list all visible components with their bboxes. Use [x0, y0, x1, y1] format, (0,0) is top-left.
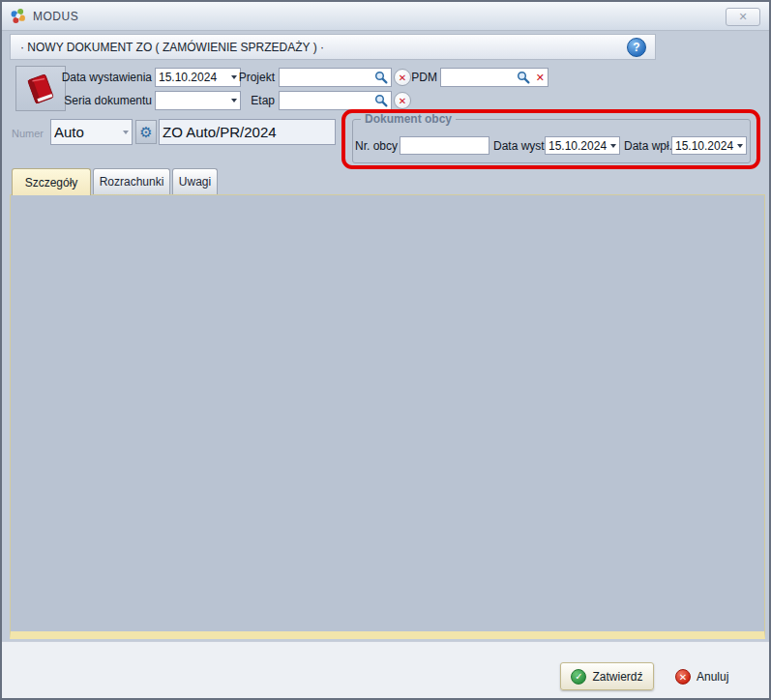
document-caption-bar: · NOWY DOKUMENT ZO ( ZAMÓWIENIE SPRZEDAŻ… — [10, 34, 656, 60]
tab-rozrachunki[interactable]: Rozrachunki — [93, 168, 170, 194]
numer-value: ZO Auto/PR/2024 — [163, 124, 332, 140]
numer-value-field[interactable]: ZO Auto/PR/2024 — [159, 119, 336, 145]
search-icon[interactable] — [374, 94, 388, 107]
close-icon: ✕ — [738, 11, 747, 23]
tab-szczegoly[interactable]: Szczegóły — [12, 168, 91, 195]
search-icon[interactable] — [374, 71, 388, 84]
data-wpl-value: 15.10.2024 — [675, 139, 734, 153]
numer-mode-value: Auto — [54, 124, 120, 140]
help-icon[interactable]: ? — [627, 38, 646, 57]
clear-icon: ✕ — [399, 96, 406, 106]
nr-obcy-label: Nr. obcy — [355, 139, 398, 153]
data-wyst-combo[interactable]: 15.10.2024 — [545, 136, 620, 155]
gear-icon: ⚙ — [139, 125, 152, 139]
pdm-clear-icon[interactable]: ✕ — [536, 73, 545, 83]
nr-obcy-input[interactable] — [400, 136, 489, 155]
numer-label: Numer — [12, 128, 48, 139]
anuluj-label: Anuluj — [697, 670, 728, 684]
etap-field[interactable] — [279, 91, 392, 110]
projekt-label: Projekt — [217, 71, 275, 84]
tab-label: Rozrachunki — [100, 175, 164, 189]
titlebar: MODUS ✕ — [2, 2, 769, 31]
pdm-field[interactable]: ✕ — [440, 68, 549, 87]
document-caption: · NOWY DOKUMENT ZO ( ZAMÓWIENIE SPRZEDAŻ… — [20, 41, 324, 54]
search-icon[interactable] — [517, 71, 530, 84]
window-title: MODUS — [33, 10, 78, 23]
numer-settings-button[interactable]: ⚙ — [135, 120, 157, 144]
anuluj-button[interactable]: ✕ Anuluj — [675, 666, 743, 687]
chevron-down-icon — [610, 144, 616, 148]
cancel-icon: ✕ — [675, 669, 691, 685]
data-wpl-combo[interactable]: 15.10.2024 — [671, 136, 747, 155]
data-wyst-value: 15.10.2024 — [549, 139, 608, 153]
tab-label: Uwagi — [179, 175, 211, 189]
dokument-obcy-title: Dokument obcy — [361, 112, 456, 126]
modus-window: MODUS ✕ · NOWY DOKUMENT ZO ( ZAMÓWIENIE … — [0, 0, 771, 700]
close-button[interactable]: ✕ — [726, 8, 760, 26]
tab-content-panel — [10, 194, 765, 639]
data-wystawienia-label: Data wystawienia — [39, 71, 152, 84]
projekt-field[interactable] — [279, 68, 392, 87]
data-wpl-label: Data wpł. — [624, 139, 672, 153]
clear-icon: ✕ — [399, 73, 406, 83]
modus-logo-icon — [10, 8, 26, 24]
etap-label: Etap — [217, 94, 275, 107]
numer-mode-combo[interactable]: Auto — [50, 119, 133, 145]
tab-label: Szczegóły — [25, 176, 78, 190]
tab-uwagi[interactable]: Uwagi — [172, 168, 218, 194]
check-icon: ✓ — [571, 669, 586, 685]
chevron-down-icon — [737, 144, 743, 148]
chevron-down-icon — [123, 131, 129, 134]
zatwierdz-button[interactable]: ✓ Zatwierdź — [560, 662, 654, 690]
seria-dokumentu-label: Seria dokumentu — [39, 94, 152, 107]
etap-clear-button[interactable]: ✕ — [394, 92, 411, 109]
footer-bar: ✓ Zatwierdź ✕ Anuluj — [2, 641, 769, 700]
data-wyst-label: Data wyst. — [493, 139, 548, 153]
zatwierdz-label: Zatwierdź — [592, 670, 642, 684]
pdm-label: PDM — [408, 71, 437, 84]
